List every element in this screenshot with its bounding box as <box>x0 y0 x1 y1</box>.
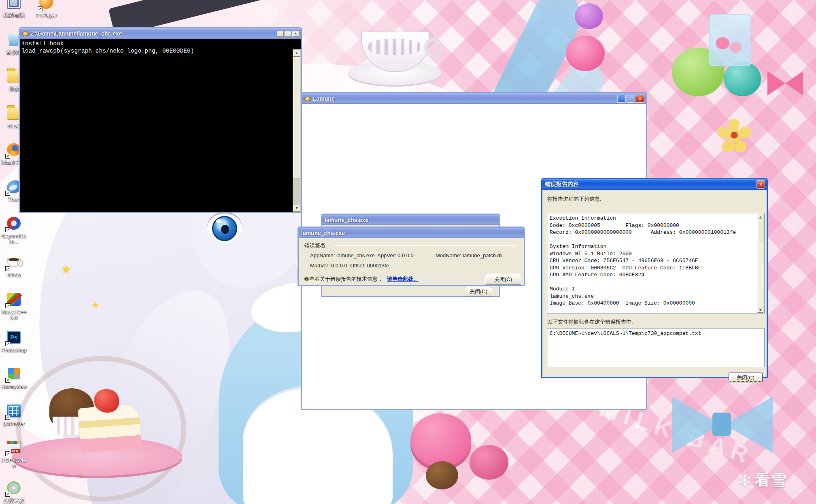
wallpaper-macaron <box>566 36 605 71</box>
desktop-icon-virtual-drive[interactable]: ↗ 虚拟光驱 <box>1 481 27 504</box>
wallpaper-chocolate <box>426 461 458 489</box>
wallpaper-candy-jar <box>709 14 751 66</box>
desktop-icon-visual-cpp[interactable]: ↗ Visual C++ 6.0 <box>1 292 27 321</box>
click-here-link[interactable]: 请单击此处。 <box>387 275 419 283</box>
crash-dialog-back-titlebar[interactable]: lamune_chs.exe <box>322 215 499 225</box>
wallpaper-macaron <box>470 445 508 480</box>
close-button[interactable]: × <box>292 31 299 37</box>
desktop-icon-pcmaster[interactable]: ↗ pcmaster <box>1 404 27 427</box>
close-dialog-button[interactable]: 关闭(C) <box>485 274 521 285</box>
desktop-icon-label: TTPlayer <box>33 13 59 18</box>
desktop-icon-label: 虚拟光驱 <box>1 498 27 504</box>
wallpaper-teacup-handle <box>424 37 443 58</box>
console-scrollbar[interactable]: ▲ ▼ <box>293 49 301 212</box>
included-files-label: 以下文件将被包含在这个错误报告中: <box>547 318 633 326</box>
desktop-icon-label: Visual C++ 6.0 <box>1 309 27 321</box>
error-report-body: 将报告进程的下列信息: Exception Information Code: … <box>542 190 767 377</box>
wallpaper-star: ★ <box>91 300 100 311</box>
lamune-app-icon <box>304 97 311 101</box>
crash-dialog-front-body: 错误签名 AppName: lamune_chs.exe AppVer: 0.0… <box>299 238 524 285</box>
shortcut-arrow-icon: ↗ <box>5 341 10 346</box>
desktop-icon-label: pcmaster <box>1 421 27 427</box>
included-files-textarea[interactable]: C:\DOCUME~1\dev\LOCALS~1\Temp\c730_appco… <box>547 328 765 367</box>
maximize-button[interactable]: □ <box>627 95 635 103</box>
icon-glyph: Ps <box>10 334 17 341</box>
wallpaper-candy <box>729 42 742 53</box>
maximize-button[interactable]: □ <box>285 31 291 37</box>
console-output-text: install hook load_rawcpb(sysgraph_chs/ne… <box>21 40 291 55</box>
desktop-icon-honeyview[interactable]: ↗ Honeyview <box>1 366 27 390</box>
desktop-icon-pdf-viewer[interactable]: PDF ↗ PDFXCview <box>1 440 27 469</box>
group-separator-line <box>334 245 517 246</box>
console-titlebar[interactable]: Z:\Game\Lamune\lamune_chs.exe – □ × <box>20 28 301 39</box>
desktop-icon-art <box>7 258 21 267</box>
error-report-title: 错误报告内容 <box>545 181 756 188</box>
shortcut-arrow-icon: ↗ <box>5 492 10 497</box>
kanxue-watermark: ❄ 看雪 <box>737 470 814 491</box>
wallpaper-flower <box>717 118 751 152</box>
minimize-button[interactable]: – <box>617 95 626 103</box>
wallpaper-candy <box>716 37 729 49</box>
shortcut-arrow-icon: ↗ <box>38 6 42 11</box>
wallpaper-blue-bow-knot <box>712 413 731 436</box>
wallpaper-girl-eye-glint <box>216 219 221 223</box>
desktop-icon-label: BeyondCom... <box>1 233 27 245</box>
scroll-up-icon[interactable]: ▲ <box>293 50 300 57</box>
wallpaper-girl-eye-pupil <box>221 225 229 234</box>
desktop-icon-art <box>7 0 21 9</box>
modver-offset-text: ModVer: 0.0.0.0 Offset: 000013fe <box>310 263 389 269</box>
close-button[interactable]: × <box>636 95 644 103</box>
appname-appver-text: AppName: lamune_chs.exe AppVer: 0.0.0.0 <box>310 252 414 258</box>
console-output-area: install hook load_rawcpb(sysgraph_chs/ne… <box>20 39 301 212</box>
desktop-icon-label: ntleas <box>1 272 27 278</box>
report-scrollbar-thumb[interactable] <box>757 220 763 243</box>
shortcut-arrow-icon: ↗ <box>5 303 10 308</box>
scroll-down-icon[interactable]: ▼ <box>757 307 763 313</box>
scroll-down-icon[interactable]: ▼ <box>293 205 300 212</box>
report-details-text: Exception Information Code: 0xc0000005 F… <box>550 215 755 307</box>
tech-info-text: 要查看关于错误报告的技术信息， <box>304 275 383 283</box>
scroll-up-icon[interactable]: ▲ <box>757 214 763 220</box>
console-app-icon <box>22 32 29 36</box>
lamune-title: Lamune <box>313 95 616 102</box>
wallpaper-strawberry <box>94 389 119 413</box>
shortcut-arrow-icon: ↗ <box>5 415 10 420</box>
desktop-icon-ttplayer[interactable]: ↗ TTPlayer <box>33 0 59 18</box>
shortcut-arrow-icon: ↗ <box>5 227 10 232</box>
console-window: Z:\Game\Lamune\lamune_chs.exe – □ × inst… <box>19 27 302 213</box>
wallpaper-teacup-pattern <box>368 39 421 55</box>
close-report-button[interactable]: 关闭(C) <box>729 373 763 383</box>
wallpaper-blue-bow <box>725 396 773 453</box>
close-button[interactable]: × <box>756 180 765 188</box>
shortcut-arrow-icon: ↗ <box>5 154 10 159</box>
crash-dialog-front-titlebar[interactable]: lamune_chs.exe <box>299 228 524 238</box>
crash-dialog-front: lamune_chs.exe 错误签名 AppName: lamune_chs.… <box>298 227 525 286</box>
desktop-icon-label: PDFXCview <box>1 457 27 469</box>
report-details-textarea[interactable]: Exception Information Code: 0xc0000005 F… <box>547 213 765 314</box>
wallpaper-pink-bow <box>785 71 803 95</box>
icon-glyph: PDF <box>11 449 20 453</box>
close-dialog-button[interactable]: 关闭(C) <box>465 287 492 296</box>
console-scrollbar-thumb[interactable] <box>293 57 300 178</box>
error-report-titlebar[interactable]: 错误报告内容 × <box>542 179 767 190</box>
desktop-icon-beyondcompare[interactable]: ↗ BeyondCom... <box>1 216 27 245</box>
wallpaper-macaron <box>724 61 761 96</box>
included-file-path: C:\DOCUME~1\dev\LOCALS~1\Temp\c730_appco… <box>550 330 755 337</box>
console-title: Z:\Game\Lamune\lamune_chs.exe <box>31 30 276 37</box>
desktop-icon-label: Photoshop <box>1 347 27 353</box>
watermark-text: 看雪 <box>755 470 787 491</box>
error-signature-label: 错误签名 <box>304 242 325 249</box>
minimize-button[interactable]: – <box>277 31 284 37</box>
desktop-icon-coffee[interactable]: ↗ ntleas <box>1 255 27 278</box>
snowflake-icon: ❄ <box>737 470 752 491</box>
desktop-icon-photoshop[interactable]: Ps ↗ Photoshop <box>1 330 27 353</box>
shortcut-arrow-icon: ↗ <box>5 191 10 196</box>
report-scrollbar[interactable]: ▲ ▼ <box>757 214 764 313</box>
crash-dialog-back-title: lamune_chs.exe <box>325 217 497 223</box>
desktop: ★ ★ ♡ ♡ MILK BAR 我的电脑 ↗ TTPlayer <box>0 0 816 504</box>
lamune-titlebar[interactable]: Lamune – □ × <box>302 93 646 104</box>
shortcut-arrow-icon: ↗ <box>5 378 10 383</box>
desktop-icon-my-computer[interactable]: 我的电脑 <box>1 0 27 18</box>
desktop-icon-label: 我的电脑 <box>1 13 27 18</box>
shortcut-arrow-icon: ↗ <box>5 451 10 456</box>
